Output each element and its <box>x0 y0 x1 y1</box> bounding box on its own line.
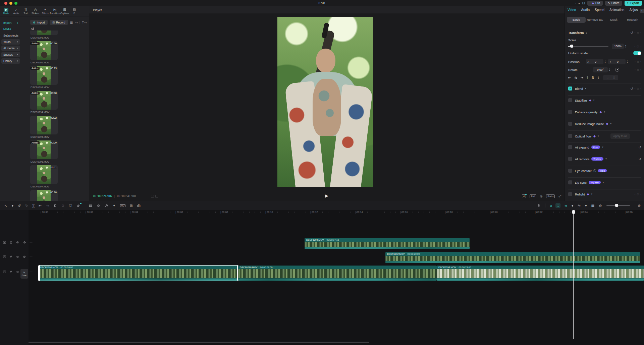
info-icon[interactable]: ⓘ <box>593 169 596 173</box>
enhance-quality-checkbox[interactable] <box>568 110 572 114</box>
add-media-icon[interactable]: ▤ <box>89 204 92 208</box>
ribbon-tab-transitions[interactable]: ⋈Transitions <box>50 8 60 14</box>
blend-checkbox[interactable]: ✓ <box>568 87 572 91</box>
ai-remove-checkbox[interactable] <box>568 157 572 161</box>
eye-icon[interactable] <box>16 241 19 244</box>
mute-track-icon[interactable] <box>22 241 26 244</box>
timeline-clip[interactable]: DSCF6294.MOV00:00:07:15 <box>305 238 470 249</box>
sidebar-item-yours[interactable]: Yours▾ <box>1 39 20 45</box>
chevron-down-icon[interactable]: ▾ <box>593 99 595 102</box>
media-clip-card[interactable]: Added00:09DSCF6296.MOV <box>30 140 58 163</box>
keyframe-next-icon[interactable]: › <box>640 60 641 63</box>
smart-tools-icon[interactable] <box>76 204 80 208</box>
tab-video[interactable]: Video <box>568 8 576 12</box>
ribbon-tab-f[interactable]: ▧F <box>69 8 79 14</box>
eye-icon[interactable] <box>16 270 19 274</box>
playhead[interactable] <box>573 210 574 339</box>
delete-right-icon[interactable]: ⇥ <box>46 204 49 208</box>
tab-animation[interactable]: Animation <box>609 8 624 12</box>
chevron-down-icon[interactable]: ▾ <box>12 204 13 208</box>
cover-button[interactable]: ✎Cover <box>20 269 28 279</box>
media-clip-card[interactable]: Added00:23DSCF6293.MOV <box>30 66 58 89</box>
keyframe-prev-icon[interactable]: ‹ <box>635 68 636 71</box>
sidebar-item-import[interactable]: Import▴ <box>1 20 20 25</box>
reset-icon[interactable]: ↺ <box>639 157 641 161</box>
keyframe-add-icon[interactable]: ◇ <box>637 31 639 35</box>
keyframe-next-icon[interactable]: › <box>640 31 641 34</box>
timeline-clip[interactable]: DSCF6296.MOV00:00:09:00 <box>238 266 437 281</box>
relight-checkbox[interactable] <box>568 192 572 196</box>
distribute-vertical-icon[interactable]: ⇕ <box>612 76 615 79</box>
pro-button[interactable]: ◆Pro <box>587 1 603 6</box>
rotate-value[interactable]: 0.00° <box>593 67 608 72</box>
reset-transform-icon[interactable]: ↺ <box>630 31 633 35</box>
subtab-retouch[interactable]: Retouch <box>623 17 642 23</box>
subtab-basic[interactable]: Basic <box>567 17 586 23</box>
reset-icon[interactable]: ↺ <box>639 146 641 149</box>
sidebar-item-library[interactable]: Library▾ <box>1 58 20 64</box>
video-track-icon[interactable] <box>3 241 6 244</box>
ribbon-tab-captions[interactable]: ⊟Captions <box>60 8 69 14</box>
chevron-down-icon[interactable]: ▾ <box>572 204 573 208</box>
position-y-field[interactable]: Y0 <box>608 59 626 64</box>
lock-icon[interactable] <box>9 270 13 274</box>
share-button[interactable]: ⇱Share <box>605 1 622 6</box>
position-x-field[interactable]: X0 <box>586 59 603 64</box>
filter-icon[interactable]: T≡▾ <box>82 21 87 24</box>
position-x-stepper[interactable]: ▲▼ <box>604 60 606 63</box>
timeline-zoom-slider[interactable] <box>606 205 630 206</box>
chevron-down-icon[interactable]: ▾ <box>605 158 607 160</box>
trash-icon[interactable] <box>53 204 57 208</box>
import-button[interactable]: ⊕Import <box>30 20 48 25</box>
tab-audio[interactable]: Audio <box>581 8 590 12</box>
sidebar-item-subprojects[interactable]: Subprojects <box>1 33 20 38</box>
keyframe-next-icon[interactable]: › <box>640 68 641 71</box>
keyframe-prev-icon[interactable]: ‹ <box>635 87 636 90</box>
sort-icon[interactable]: ≡▾ <box>75 21 77 24</box>
more-icon[interactable] <box>29 255 33 258</box>
link-icon[interactable]: ∞ <box>565 204 568 208</box>
media-clip-card[interactable]: 00:11DSCF6297.MOV <box>30 165 58 188</box>
split-icon[interactable]: ][ <box>33 204 35 208</box>
rotate-stepper[interactable]: ▲▼ <box>609 68 610 71</box>
ai-character-icon[interactable] <box>105 204 108 208</box>
hd-icon[interactable]: HD <box>120 204 125 207</box>
keyframe-add-icon[interactable]: ◇ <box>637 60 639 63</box>
sidebar-item-ai-media[interactable]: AI media▾ <box>1 46 20 51</box>
lip-sync-checkbox[interactable] <box>568 180 572 184</box>
rotate-dial[interactable] <box>615 68 619 72</box>
chevron-down-icon[interactable]: ▾ <box>585 204 587 208</box>
play-button[interactable]: ▶ <box>89 193 565 198</box>
align-left-icon[interactable]: ⇤ <box>568 76 571 80</box>
keyframe-add-icon[interactable]: ◇ <box>637 45 639 48</box>
inspector-tabs-scroll-icon[interactable]: › <box>640 9 644 13</box>
scale-value[interactable]: 100% <box>612 44 624 49</box>
layout-compact-icon[interactable]: ⊟ <box>582 1 585 5</box>
media-clip-card[interactable]: 00:20 <box>30 190 58 201</box>
keyframe-next-icon[interactable]: › <box>640 87 641 90</box>
snap-icon[interactable]: ∷ <box>555 203 560 208</box>
keyframe-prev-icon[interactable]: ‹ <box>635 60 636 63</box>
ai-expand-checkbox[interactable] <box>568 145 572 149</box>
chevron-down-icon[interactable]: ▾ <box>602 146 603 149</box>
media-clip-card[interactable]: DSCF6291.MOV <box>30 31 58 39</box>
more-icon[interactable] <box>29 241 33 244</box>
keyframe-add-icon[interactable]: ◇ <box>637 192 639 196</box>
eye-icon[interactable] <box>16 255 19 258</box>
video-track-icon[interactable] <box>3 270 6 274</box>
fullscreen-icon[interactable]: ⤢ <box>558 194 561 198</box>
scale-slider[interactable] <box>568 46 608 47</box>
align-center-horizontal-icon[interactable]: ⇆ <box>574 76 577 80</box>
crop-icon[interactable]: ◱ <box>69 204 72 208</box>
tab-adjust[interactable]: Adjust <box>629 8 638 12</box>
reduce-image-noise-checkbox[interactable] <box>568 122 572 126</box>
ribbon-tab-audio[interactable]: ♪Audio <box>11 8 21 14</box>
subtab-mask[interactable]: Mask <box>604 17 623 23</box>
flip-icon[interactable]: ⇋ <box>578 204 581 208</box>
timeline-clip[interactable]: DSCF6292.MOV00:00:20:00 <box>385 252 640 263</box>
voice-icon[interactable]: ıllı <box>137 204 141 208</box>
timeline-clip[interactable]: DSCF6293.MOV00:00:23:00 <box>437 266 644 281</box>
apply-to-all-button[interactable]: Apply to all <box>610 133 630 139</box>
select-tool-icon[interactable]: ↖ <box>4 204 7 208</box>
chevron-down-icon[interactable]: ▾ <box>604 111 605 113</box>
